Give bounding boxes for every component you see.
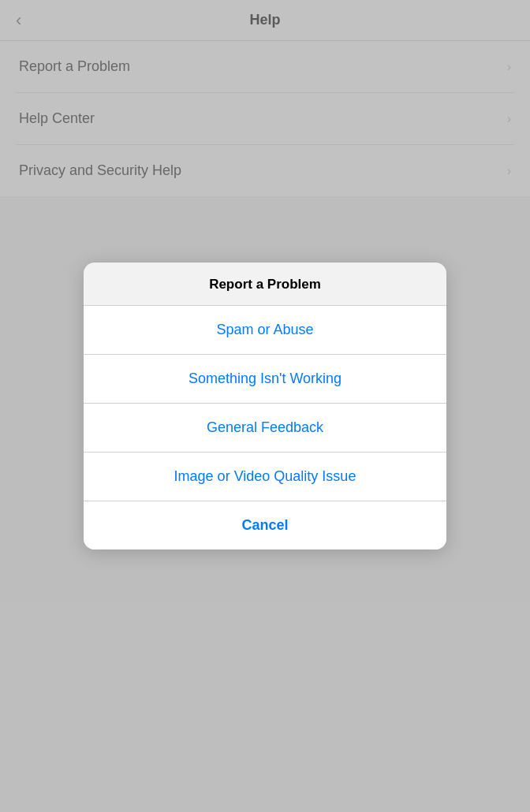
action-sheet-option-feedback[interactable]: General Feedback [84, 404, 446, 453]
action-sheet-option-quality-label: Image or Video Quality Issue [174, 468, 356, 485]
action-sheet-option-spam-label: Spam or Abuse [216, 322, 313, 338]
action-sheet-option-spam[interactable]: Spam or Abuse [84, 306, 446, 355]
action-sheet-option-not-working[interactable]: Something Isn't Working [84, 355, 446, 404]
action-sheet-option-not-working-label: Something Isn't Working [188, 371, 342, 387]
modal-backdrop: Report a Problem Spam or Abuse Something… [0, 0, 530, 812]
action-sheet: Report a Problem Spam or Abuse Something… [84, 263, 446, 549]
action-sheet-option-quality[interactable]: Image or Video Quality Issue [84, 453, 446, 501]
action-sheet-cancel-button[interactable]: Cancel [84, 501, 446, 549]
action-sheet-cancel-label: Cancel [241, 517, 288, 534]
action-sheet-option-feedback-label: General Feedback [207, 419, 323, 436]
action-sheet-title: Report a Problem [84, 263, 446, 306]
